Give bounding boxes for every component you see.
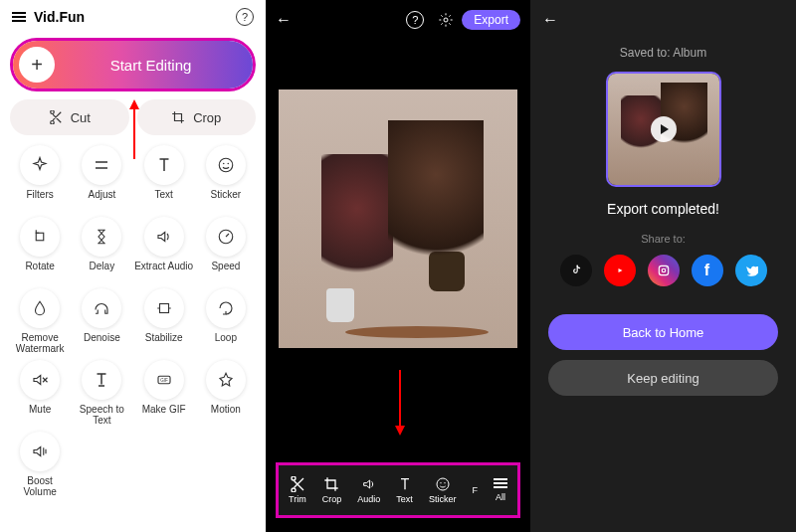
- toolbar-all[interactable]: All: [494, 478, 507, 502]
- start-editing-highlight: + Start Editing: [10, 38, 256, 91]
- back-button[interactable]: ←: [276, 11, 292, 29]
- svg-point-1: [223, 163, 225, 165]
- loop-icon: [217, 299, 235, 317]
- tool-denoise[interactable]: Denoise: [72, 288, 131, 354]
- export-completed-label: Export completed!: [530, 201, 796, 217]
- share-facebook[interactable]: f: [692, 255, 723, 286]
- drop-icon: [31, 299, 49, 317]
- toolbar-audio[interactable]: Audio: [357, 476, 380, 504]
- back-button[interactable]: ←: [542, 11, 558, 29]
- settings-icon[interactable]: [438, 12, 454, 28]
- text-icon: [397, 476, 413, 492]
- tool-rotate[interactable]: Rotate: [10, 217, 70, 282]
- crop-icon: [323, 476, 339, 492]
- annotation-arrow-down: [395, 370, 405, 436]
- hourglass-icon: [93, 228, 110, 246]
- export-button[interactable]: Export: [462, 10, 520, 30]
- tool-filters[interactable]: Filters: [10, 145, 70, 211]
- toolbar-trim[interactable]: Trim: [289, 476, 306, 504]
- volume-up-icon: [31, 443, 49, 460]
- scissors-icon: [290, 476, 305, 492]
- annotation-arrow-up: [129, 99, 139, 159]
- back-to-home-button[interactable]: Back to Home: [548, 314, 778, 350]
- tool-remove-watermark[interactable]: Remove Watermark: [10, 288, 70, 354]
- share-youtube[interactable]: [604, 255, 636, 286]
- share-instagram[interactable]: [648, 255, 680, 286]
- play-icon: [651, 116, 677, 142]
- gauge-icon: [217, 228, 235, 246]
- export-thumbnail[interactable]: [606, 72, 721, 187]
- share-twitter[interactable]: [735, 255, 767, 286]
- menu-icon[interactable]: [12, 12, 26, 22]
- svg-rect-5: [159, 304, 168, 313]
- volume-icon: [361, 476, 377, 492]
- volume-icon: [155, 228, 173, 246]
- editor-toolbar-highlight: Trim Crop Audio Text Sticker F All: [276, 462, 520, 518]
- tool-text[interactable]: Text: [134, 145, 194, 211]
- tool-loop[interactable]: Loop: [196, 288, 256, 354]
- smile-icon: [435, 476, 451, 492]
- tool-speed[interactable]: Speed: [196, 217, 256, 282]
- share-to-label: Share to:: [530, 233, 796, 245]
- tool-extract-audio[interactable]: Extract Audio: [134, 217, 194, 282]
- share-tiktok[interactable]: [560, 255, 592, 286]
- crop-button[interactable]: Crop: [137, 99, 257, 135]
- tool-stabilize[interactable]: Stabilize: [134, 288, 194, 354]
- start-editing-label: Start Editing: [55, 57, 247, 74]
- svg-point-0: [219, 158, 233, 172]
- tool-sticker[interactable]: Sticker: [196, 145, 256, 211]
- keep-editing-button[interactable]: Keep editing: [548, 360, 778, 396]
- toolbar-partial[interactable]: F: [472, 485, 478, 495]
- tool-adjust[interactable]: Adjust: [72, 145, 131, 211]
- tool-speech-to-text[interactable]: Speech to Text: [72, 360, 131, 426]
- start-editing-button[interactable]: + Start Editing: [13, 41, 253, 89]
- speech-icon: [93, 371, 110, 389]
- svg-rect-3: [36, 233, 44, 241]
- app-title: Vid.Fun: [34, 9, 85, 25]
- rotate-icon: [31, 228, 49, 246]
- svg-point-11: [444, 482, 445, 483]
- tool-delay[interactable]: Delay: [72, 217, 131, 282]
- preview-image: [279, 89, 517, 348]
- text-icon: [155, 156, 173, 174]
- gif-icon: GIF: [155, 371, 173, 389]
- tool-boost-volume[interactable]: Boost Volume: [10, 432, 70, 497]
- crop-icon: [171, 110, 185, 124]
- svg-point-10: [440, 482, 441, 483]
- svg-text:GIF: GIF: [160, 378, 168, 383]
- saved-to-label: Saved to: Album: [530, 46, 796, 60]
- plus-icon: +: [19, 47, 55, 83]
- tiktok-icon: [569, 264, 583, 277]
- svg-point-14: [666, 267, 667, 268]
- cut-button[interactable]: Cut: [10, 99, 129, 135]
- svg-point-13: [662, 268, 666, 272]
- help-icon[interactable]: ?: [236, 8, 254, 26]
- svg-point-2: [227, 163, 229, 165]
- smile-icon: [217, 156, 235, 174]
- tool-mute[interactable]: Mute: [10, 360, 70, 426]
- stabilize-icon: [155, 299, 173, 317]
- video-preview[interactable]: [279, 46, 517, 424]
- mute-icon: [31, 371, 49, 389]
- menu-icon: [494, 478, 507, 488]
- svg-point-9: [437, 478, 449, 490]
- headphone-icon: [93, 299, 110, 317]
- help-icon[interactable]: ?: [406, 11, 424, 29]
- sparkle-icon: [31, 156, 49, 174]
- toolbar-sticker[interactable]: Sticker: [429, 476, 457, 504]
- star-icon: [217, 371, 235, 389]
- instagram-icon: [657, 264, 671, 277]
- youtube-icon: [614, 265, 626, 276]
- scissors-icon: [49, 110, 63, 124]
- svg-point-8: [444, 18, 448, 22]
- twitter-icon: [744, 264, 758, 277]
- toolbar-text[interactable]: Text: [396, 476, 413, 504]
- tool-make-gif[interactable]: GIFMake GIF: [134, 360, 194, 426]
- sliders-icon: [93, 156, 110, 174]
- toolbar-crop[interactable]: Crop: [322, 476, 342, 504]
- tool-motion[interactable]: Motion: [196, 360, 256, 426]
